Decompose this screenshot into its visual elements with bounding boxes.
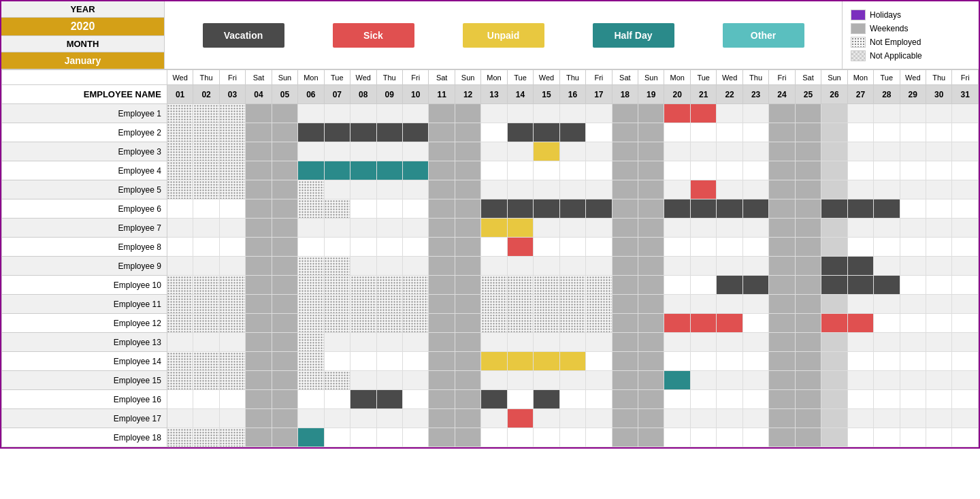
day-cell bbox=[847, 333, 873, 352]
day-cell bbox=[795, 314, 821, 333]
day-cell bbox=[559, 295, 585, 314]
legend-holidays: Holidays bbox=[851, 10, 970, 20]
day-cell bbox=[350, 180, 376, 199]
day-cell bbox=[272, 390, 297, 409]
day-cell bbox=[717, 199, 742, 219]
day-cell bbox=[821, 257, 847, 276]
day-cell bbox=[612, 142, 638, 161]
day-cell bbox=[717, 180, 742, 199]
day-cell bbox=[376, 276, 402, 295]
day-cell bbox=[272, 409, 297, 428]
day-cell bbox=[402, 333, 428, 352]
day-cell bbox=[193, 142, 219, 161]
day-cell bbox=[559, 371, 585, 390]
day-cell bbox=[874, 104, 900, 123]
day-cell bbox=[507, 371, 533, 390]
day-cell bbox=[821, 295, 847, 314]
day-cell bbox=[507, 257, 533, 276]
dow-cell-4: Sat bbox=[246, 70, 272, 85]
day-cell bbox=[167, 219, 193, 238]
day-cell bbox=[402, 409, 428, 428]
day-cell bbox=[638, 333, 664, 352]
day-cell bbox=[847, 142, 873, 161]
day-cell bbox=[795, 371, 821, 390]
day-cell bbox=[900, 257, 926, 276]
day-cell bbox=[612, 352, 638, 371]
dow-cell-24: Fri bbox=[769, 70, 795, 85]
day-cell bbox=[638, 238, 664, 257]
legend-not-applicable: Not Applicable bbox=[851, 50, 970, 61]
day-cell bbox=[847, 371, 873, 390]
day-cell bbox=[246, 161, 272, 180]
day-cell bbox=[298, 238, 324, 257]
day-cell bbox=[952, 238, 979, 257]
dow-cell-9: Thu bbox=[376, 70, 402, 85]
dow-cell-7: Tue bbox=[324, 70, 350, 85]
day-cell bbox=[246, 142, 272, 161]
day-cell bbox=[167, 104, 193, 123]
day-cell bbox=[559, 123, 585, 142]
day-cell bbox=[167, 428, 193, 447]
month-value[interactable]: January bbox=[1, 52, 164, 69]
day-cell bbox=[717, 104, 742, 123]
date-cell-15: 15 bbox=[534, 85, 559, 104]
day-cell bbox=[742, 371, 768, 390]
date-cell-03: 03 bbox=[219, 85, 245, 104]
day-cell bbox=[638, 199, 664, 219]
day-cell bbox=[586, 390, 612, 409]
day-cell bbox=[952, 428, 979, 447]
day-cell bbox=[272, 161, 297, 180]
dow-cell-26: Sun bbox=[821, 70, 847, 85]
day-cell bbox=[717, 257, 742, 276]
day-cell bbox=[586, 333, 612, 352]
day-cell bbox=[847, 428, 873, 447]
year-value[interactable]: 2020 bbox=[1, 18, 164, 36]
day-cell bbox=[324, 257, 350, 276]
day-cell bbox=[429, 142, 455, 161]
day-cell bbox=[717, 352, 742, 371]
day-cell bbox=[481, 142, 507, 161]
date-cell-25: 25 bbox=[795, 85, 821, 104]
day-cell bbox=[429, 314, 455, 333]
date-cell-02: 02 bbox=[193, 85, 219, 104]
day-cell bbox=[246, 276, 272, 295]
day-cell bbox=[350, 314, 376, 333]
day-cell bbox=[795, 295, 821, 314]
day-cell bbox=[847, 199, 873, 219]
day-cell bbox=[742, 428, 768, 447]
day-cell bbox=[298, 314, 324, 333]
day-cell bbox=[193, 352, 219, 371]
day-cell bbox=[429, 199, 455, 219]
day-cell bbox=[272, 314, 297, 333]
day-cell bbox=[534, 180, 559, 199]
table-row: Employee 14 bbox=[2, 352, 979, 371]
date-cell-08: 08 bbox=[350, 85, 376, 104]
day-cell bbox=[612, 409, 638, 428]
day-cell bbox=[717, 314, 742, 333]
day-cell bbox=[952, 295, 979, 314]
day-cell bbox=[376, 161, 402, 180]
day-cell bbox=[167, 161, 193, 180]
day-cell bbox=[900, 104, 926, 123]
day-cell bbox=[900, 180, 926, 199]
day-cell bbox=[429, 333, 455, 352]
day-cell bbox=[219, 333, 245, 352]
day-cell bbox=[742, 104, 768, 123]
day-cell bbox=[507, 180, 533, 199]
calendar-table: WedThuFriSatSunMonTueWedThuFriSatSunMonT… bbox=[1, 69, 979, 447]
day-cell bbox=[534, 276, 559, 295]
day-cell bbox=[246, 257, 272, 276]
dow-cell-28: Tue bbox=[874, 70, 900, 85]
day-cell bbox=[481, 123, 507, 142]
day-cell bbox=[193, 161, 219, 180]
day-cell bbox=[534, 390, 559, 409]
day-cell bbox=[795, 352, 821, 371]
table-row: Employee 8 bbox=[2, 238, 979, 257]
day-cell bbox=[952, 199, 979, 219]
day-cell bbox=[246, 238, 272, 257]
day-cell bbox=[612, 371, 638, 390]
table-row: Employee 17 bbox=[2, 409, 979, 428]
day-cell bbox=[612, 295, 638, 314]
day-cell bbox=[559, 257, 585, 276]
day-cell bbox=[952, 371, 979, 390]
